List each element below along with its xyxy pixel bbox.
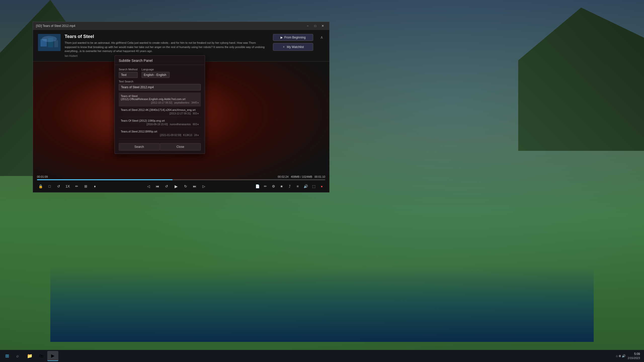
panel-buttons: Search Close <box>119 141 201 151</box>
movie-title: Tears of Steel <box>65 34 269 39</box>
result-item[interactable]: Tears.of.Steel.2012.BRRip.srt[2021-01-09… <box>119 128 201 139</box>
open-file-button[interactable]: 📄 <box>254 183 261 190</box>
skip-back-button[interactable]: ⏮ <box>154 183 161 190</box>
search-method-group: Search Method Text <box>119 68 138 78</box>
replay-button[interactable]: ↺ <box>163 183 170 190</box>
result-meta: [2016-09-19 15:43]nunovilhenasantos603 ▾ <box>121 123 199 126</box>
result-count: 3445 ▾ <box>191 101 199 104</box>
plus-icon: ＋ <box>282 45 285 49</box>
result-date: [2013-12-27 09:31] <box>170 112 191 115</box>
result-meta: [2013-12-27 09:31]933 ▾ <box>121 112 199 115</box>
result-date: [2016-09-19 15:43] <box>146 123 168 126</box>
system-tray: ⌂ ⊕ 🔊 <box>616 354 626 358</box>
right-controls: 📄 ✏ ⚙ ★ ⤴ ≡ 🔊 ⬚ ● <box>254 183 325 190</box>
cast-button[interactable]: ⬚ <box>310 183 317 190</box>
search-button[interactable]: Search <box>119 143 160 151</box>
forward-button[interactable]: ↻ <box>182 183 189 190</box>
result-meta: [2012-10-17 08:32]pepitalbertino3445 ▾ <box>121 101 199 104</box>
result-name: Tears Of Steel (2012) 1080p.eng.srt <box>121 119 199 122</box>
taskbar-right-area: ⌂ ⊕ 🔊 5:09 2/15/2023 <box>616 352 642 360</box>
taskbar-store-button[interactable]: 🛍 <box>36 351 47 361</box>
taskbar-media-button[interactable]: ▶ <box>47 351 58 361</box>
from-beginning-button[interactable]: ▶ From Beginning <box>273 34 313 41</box>
method-language-row: Search Method Text Language English - En… <box>119 68 201 78</box>
play-pause-button[interactable]: ▶ <box>172 182 180 190</box>
result-meta: [2021-01-09 02:59]K13K1324 ▾ <box>121 134 199 137</box>
media-icon: ▶ <box>51 353 55 358</box>
panel-header: Subtitle Search Panel <box>115 56 205 65</box>
taskbar-search-button[interactable]: ⌕ <box>13 351 22 360</box>
city-decoration <box>50 266 594 342</box>
maximize-button[interactable]: □ <box>312 23 319 29</box>
repeat-button[interactable]: ↺ <box>55 183 62 190</box>
result-date: [2012-10-17 08:32] <box>151 101 172 104</box>
language-label: Language <box>142 68 170 71</box>
chevron-down-icon: ▾ <box>197 134 199 137</box>
chevron-down-icon: ▾ <box>197 123 199 126</box>
next-button[interactable]: ▷ <box>200 183 207 190</box>
close-button[interactable]: ✕ <box>319 23 326 29</box>
player-controls: 🔒 □ ↺ 1X ✏ ⊞ ♦ ◁ ⏮ ↺ ▶ ↻ ⏭ ▷ 📄 ✏ ⚙ ★ ⤴ ≡ <box>33 180 329 192</box>
movie-actions: ▶ From Beginning ＋ My Watchlist <box>273 34 313 51</box>
search-method-label: Search Method <box>119 68 138 71</box>
time-info-bar: 00:01:09 00:02:24 408MB / 1024MB 00:01:1… <box>37 175 325 179</box>
movie-description: Thom just wanted to be an astronaut. His… <box>65 41 266 53</box>
start-button[interactable]: ⊞ <box>2 351 12 361</box>
my-watchlist-button[interactable]: ＋ My Watchlist <box>273 43 313 51</box>
result-name: Tears.of.Steel.2012.BRRip.srt <box>121 130 199 133</box>
close-panel-button[interactable]: Close <box>160 143 201 151</box>
title-bar-controls: − □ ✕ <box>304 23 326 29</box>
share-button[interactable]: ⤴ <box>286 183 293 190</box>
volume-button[interactable]: 🔊 <box>302 183 309 190</box>
result-user: pepitalbertino <box>174 101 189 104</box>
text-search-group: Text Search <box>119 80 201 90</box>
result-item[interactable]: Tears.of.Steel.2012.4K.[3840x1714].x264.… <box>119 106 201 117</box>
skip-forward-button[interactable]: ⏭ <box>191 183 198 190</box>
result-count: 933 ▾ <box>193 112 199 115</box>
lock-button[interactable]: 🔒 <box>37 183 44 190</box>
result-item[interactable]: Tears of Steel (2012).OfficialRelease.En… <box>119 93 201 106</box>
folder-icon: 📁 <box>27 353 32 359</box>
result-count: 603 ▾ <box>193 123 199 126</box>
play-icon: ▶ <box>280 36 283 39</box>
bookmark-button[interactable]: ♦ <box>91 183 98 190</box>
result-item[interactable]: Tears Of Steel (2012) 1080p.eng.srt[2016… <box>119 117 201 128</box>
file-info: 00:02:24 408MB / 1024MB 00:01:10 <box>278 175 325 178</box>
result-user: K13K13 <box>183 134 192 137</box>
panel-body: Search Method Text Language English - En… <box>115 65 205 154</box>
svg-point-4 <box>42 36 57 42</box>
edit2-button[interactable]: ✏ <box>262 183 269 190</box>
playlist-button[interactable]: ≡ <box>294 183 301 190</box>
taskbar-app-icons: 📁 🛍 ▶ <box>24 351 58 361</box>
speed-button[interactable]: 1X <box>64 183 71 190</box>
taskbar-explorer-button[interactable]: 📁 <box>24 351 35 361</box>
search-input[interactable] <box>119 84 201 90</box>
window-title: [SD] Tears of Steel 2012.mp4 <box>36 24 75 28</box>
results-list: Tears of Steel (2012).OfficialRelease.En… <box>119 93 201 139</box>
subtitle-button[interactable]: □ <box>46 183 53 190</box>
taskbar-clock[interactable]: 5:09 2/15/2023 <box>628 352 640 360</box>
settings-button[interactable]: ⚙ <box>270 183 277 190</box>
result-user: nunovilhenasantos <box>170 123 191 126</box>
movie-info: Tears of Steel Thom just wanted to be an… <box>65 34 269 57</box>
current-time: 00:01:09 <box>37 175 48 178</box>
prev-chapter-button[interactable]: ◁ <box>145 183 152 190</box>
search-icon: ⌕ <box>16 354 19 358</box>
result-name: Tears of Steel (2012).OfficialRelease.En… <box>121 95 199 101</box>
header-collapse-button[interactable]: ∧ <box>319 34 324 41</box>
record-button[interactable]: ● <box>318 183 325 190</box>
svg-rect-3 <box>54 40 58 47</box>
minimize-button[interactable]: − <box>304 23 311 29</box>
language-group: Language English - English <box>142 68 170 78</box>
panel-title: Subtitle Search Panel <box>119 59 201 63</box>
edit-button[interactable]: ✏ <box>73 183 80 190</box>
mountain-decoration-right <box>518 0 644 151</box>
chapters-button[interactable]: ⊞ <box>82 183 89 190</box>
search-method-select[interactable]: Text <box>119 72 138 78</box>
chevron-down-icon: ▾ <box>197 102 199 104</box>
result-name: Tears.of.Steel.2012.4K.[3840x1714].x264.… <box>121 108 199 111</box>
result-date: [2021-01-09 02:59] <box>160 134 181 137</box>
store-icon: 🛍 <box>39 353 44 359</box>
language-select[interactable]: English - English <box>142 72 170 78</box>
favorite-button[interactable]: ★ <box>278 183 285 190</box>
